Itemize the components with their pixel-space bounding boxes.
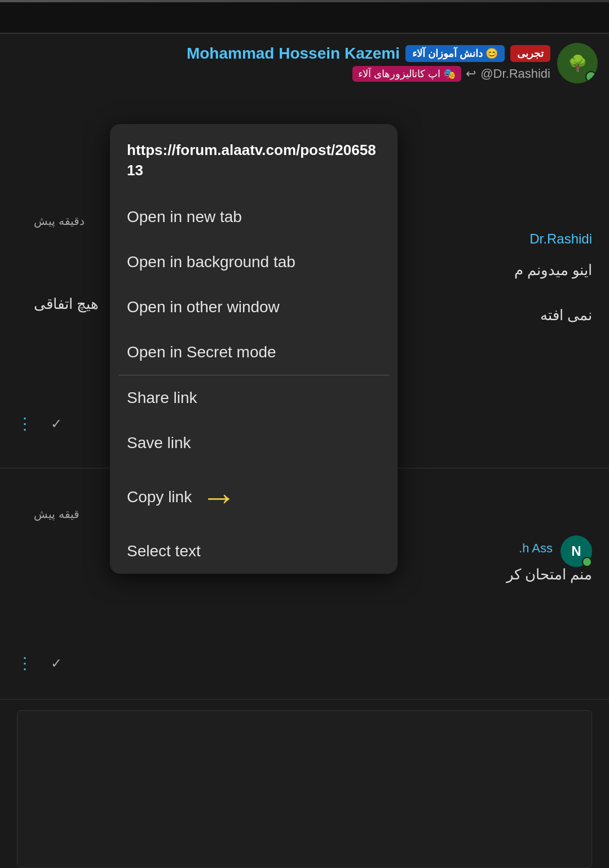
menu-item-select-text[interactable]: Select text xyxy=(110,529,398,574)
reply-row: Dr.Rashidi@ ↩ 🎭 اپ کاتالیزورهای آلاء xyxy=(352,66,550,82)
menu-item-share-link[interactable]: Share link xyxy=(110,375,398,420)
divider-2 xyxy=(0,699,609,699)
menu-item-open-background-tab[interactable]: Open in background tab xyxy=(110,240,398,285)
bottom-panel xyxy=(17,710,592,868)
context-menu-url: https://forum.alaatv.com/post/2065813 xyxy=(110,124,398,194)
top-bar-line xyxy=(0,0,609,2)
chat-time-1: دقیقه پیش xyxy=(34,214,85,228)
avatar: 🌳 xyxy=(557,43,598,83)
user-name: Mohammad Hossein Kazemi xyxy=(187,45,400,63)
reply-text: Dr.Rashidi@ xyxy=(480,67,550,81)
menu-item-open-other-window[interactable]: Open in other window xyxy=(110,285,398,330)
dots-icon-1[interactable]: ⋮ xyxy=(17,414,33,433)
chat-right-text-3: منم امتحان کر xyxy=(506,564,592,586)
menu-item-copy-link[interactable]: Copy link ← xyxy=(110,466,398,529)
yellow-arrow-icon: ← xyxy=(201,479,237,515)
dr-rashidi-label: Dr.Rashidi xyxy=(529,231,592,247)
header-labels: Mohammad Hossein Kazemi 😊 دانش آموزان آل… xyxy=(187,45,550,82)
chevron-icon-1[interactable]: ✓ xyxy=(51,416,62,432)
badge-app: 🎭 اپ کاتالیزورهای آلاء xyxy=(352,66,461,82)
menu-item-save-link[interactable]: Save link xyxy=(110,420,398,466)
h-ass-label: .h Ass xyxy=(519,541,553,556)
name-row: Mohammad Hossein Kazemi 😊 دانش آموزان آل… xyxy=(187,45,550,63)
avatar-n: N xyxy=(561,535,592,567)
badge-tajrobi: تجربی xyxy=(510,45,550,62)
chat-right-text-1: اینو میدونم م xyxy=(514,259,592,281)
chat-left-text-1: هیچ اتفاقی xyxy=(34,293,99,315)
chat-time-2: قیقه پیش xyxy=(34,507,80,521)
avatar-emoji: 🌳 xyxy=(557,43,598,83)
menu-item-open-new-tab[interactable]: Open in new tab xyxy=(110,194,398,240)
menu-item-open-secret-mode[interactable]: Open in Secret mode xyxy=(110,330,398,375)
badge-danesh: 😊 دانش آموزان آلاء xyxy=(405,45,505,62)
chat-right-text-2: نمی افته xyxy=(540,304,592,326)
dots-icon-2[interactable]: ⋮ xyxy=(17,654,33,672)
chevron-icon-2[interactable]: ✓ xyxy=(51,656,62,671)
top-bar xyxy=(0,0,609,34)
header-area: Mohammad Hossein Kazemi 😊 دانش آموزان آل… xyxy=(0,34,609,92)
context-menu: https://forum.alaatv.com/post/2065813 Op… xyxy=(110,124,398,574)
reply-icon: ↩ xyxy=(466,67,476,81)
